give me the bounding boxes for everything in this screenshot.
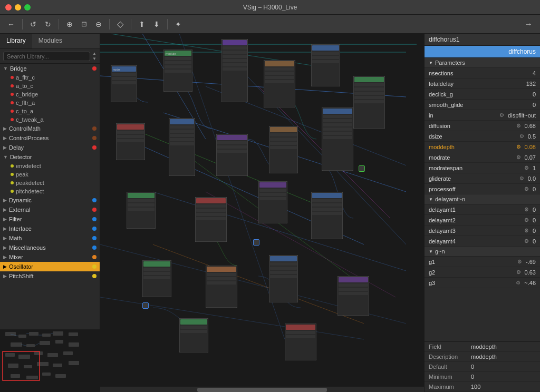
canvas-node[interactable] — [269, 126, 298, 175]
param-diffusion[interactable]: diffusion ⚙ 0.68 — [425, 121, 540, 131]
library-item-peakdetect[interactable]: peakdetect — [0, 179, 100, 187]
canvas-small-node[interactable] — [142, 302, 149, 309]
canvas-node[interactable]: module — [163, 50, 192, 93]
canvas-node[interactable] — [216, 134, 248, 178]
category-controlmath[interactable]: ▶ ControlMath — [0, 124, 100, 133]
minimap[interactable] — [0, 329, 100, 392]
category-interface[interactable]: ▶ Interface — [0, 224, 100, 233]
category-oscillator[interactable]: ▶ Oscillator — [0, 262, 100, 271]
param-gliderate[interactable]: gliderate ⚙ 0.0 — [425, 173, 540, 184]
library-item-c_fltr_a[interactable]: c_fltr_a — [0, 99, 100, 107]
canvas-small-node[interactable] — [253, 239, 259, 246]
library-item-pitchdetect[interactable]: pitchdetect — [0, 187, 100, 195]
window-title: VSig – H3000_Live — [243, 4, 297, 11]
canvas-area[interactable]: node module — [100, 34, 424, 392]
search-input[interactable] — [3, 52, 90, 61]
canvas-node[interactable] — [206, 266, 237, 309]
expand-arrow-icon: ▶ — [3, 254, 7, 260]
canvas-node[interactable] — [142, 260, 171, 299]
undo-button[interactable]: ↺ — [27, 18, 40, 31]
svg-rect-139 — [312, 203, 342, 207]
expand-arrow-icon: ▶ — [3, 264, 7, 269]
search-arrows[interactable]: ▲ ▼ — [92, 51, 97, 61]
library-item-c_tweak_a[interactable]: c_tweak_a — [0, 115, 100, 124]
maximize-button[interactable] — [24, 4, 31, 11]
canvas-node[interactable] — [269, 255, 298, 304]
param-g2[interactable]: g2 ⚙ 0.63 — [425, 267, 540, 278]
canvas-node[interactable] — [169, 118, 195, 178]
param-declick_g[interactable]: declick_g 0 — [425, 89, 540, 100]
param-processoff[interactable]: processoff ⚙ 0 — [425, 184, 540, 194]
canvas-node[interactable] — [179, 318, 208, 354]
cloud-download-button[interactable]: ⬇ — [150, 18, 163, 31]
category-filter[interactable]: ▶ Filter — [0, 214, 100, 224]
library-item-peak[interactable]: peak — [0, 170, 100, 179]
category-dot — [92, 145, 97, 150]
zoom-out-button[interactable]: ⊖ — [92, 18, 105, 31]
svg-rect-106 — [269, 126, 298, 173]
canvas-node[interactable] — [322, 107, 353, 172]
canvas-node[interactable] — [338, 276, 369, 317]
category-math[interactable]: ▶ Math — [0, 233, 100, 243]
canvas-node[interactable] — [258, 181, 287, 225]
canvas-node[interactable] — [195, 197, 227, 243]
svg-rect-95 — [170, 119, 194, 124]
zoom-in-button[interactable]: ⊕ — [63, 18, 76, 31]
category-mixer[interactable]: ▶ Mixer — [0, 252, 100, 262]
param-nsections[interactable]: nsections 4 — [425, 68, 540, 79]
canvas-node[interactable] — [116, 123, 145, 162]
canvas-node[interactable] — [264, 60, 295, 109]
item-label: peak — [16, 171, 28, 178]
canvas-node[interactable] — [311, 192, 343, 241]
canvas-node[interactable] — [285, 324, 316, 362]
library-item-c_bridge[interactable]: c_bridge — [0, 90, 100, 99]
param-smooth_glide[interactable]: smooth_glide 0 — [425, 100, 540, 110]
category-detector[interactable]: ▼ Detector — [0, 152, 100, 162]
param-g3[interactable]: g3 ⚙ ~.46 — [425, 278, 540, 288]
tab-modules[interactable]: Modules — [32, 34, 69, 48]
canvas-node[interactable] — [221, 39, 248, 104]
param-link-icon: ⚙ — [524, 217, 529, 223]
param-g1[interactable]: g1 ⚙ -.69 — [425, 257, 540, 267]
param-delayamt3[interactable]: delayamt3 ⚙ 0 — [425, 226, 540, 236]
param-moddepth[interactable]: moddepth ⚙ 0.08 — [425, 142, 540, 152]
library-item-a_to_c[interactable]: a_to_c — [0, 82, 100, 90]
close-button[interactable] — [5, 4, 12, 11]
param-modratespan[interactable]: modratespan ⚙ 1 — [425, 163, 540, 173]
param-dsize[interactable]: dsize ⚙ 0.5 — [425, 131, 540, 142]
canvas-node[interactable] — [127, 192, 156, 230]
canvas-node[interactable]: node — [111, 65, 137, 104]
category-bridge[interactable]: ▼ Bridge — [0, 64, 100, 73]
param-delayamt2[interactable]: delayamt2 ⚙ 0 — [425, 215, 540, 226]
category-miscellaneous[interactable]: ▶ Miscellaneous — [0, 243, 100, 252]
param-totaldelay[interactable]: totaldelay 132 — [425, 79, 540, 89]
category-dynamic[interactable]: ▶ Dynamic — [0, 195, 100, 205]
toolbar: ← ↺ ↻ ⊕ ⊡ ⊖ ◇ ⬆ ⬇ ✦ → — [0, 15, 540, 34]
zoom-fit-button[interactable]: ⊡ — [78, 18, 90, 30]
svg-rect-84 — [354, 83, 384, 86]
category-pitchshift[interactable]: ▶ PitchShift — [0, 271, 100, 281]
param-in[interactable]: in ⚙ dispfilt~out — [425, 110, 540, 121]
redo-button[interactable]: ↻ — [42, 18, 54, 31]
canvas-node[interactable] — [353, 76, 385, 130]
param-modrate[interactable]: modrate ⚙ 0.07 — [425, 152, 540, 163]
scrollbar-thumb[interactable] — [197, 388, 327, 392]
horizontal-scrollbar[interactable] — [100, 387, 424, 392]
param-delayamt4[interactable]: delayamt4 ⚙ 0 — [425, 236, 540, 247]
nav-forward-button[interactable]: → — [521, 17, 536, 31]
category-external[interactable]: ▶ External — [0, 205, 100, 214]
minimize-button[interactable] — [15, 4, 21, 11]
canvas-node[interactable] — [311, 44, 340, 88]
tab-library[interactable]: Library — [0, 34, 32, 48]
param-delayamt1[interactable]: delayamt1 ⚙ 0 — [425, 204, 540, 215]
library-item-a_fltr_c[interactable]: a_fltr_c — [0, 73, 100, 82]
category-delay[interactable]: ▶ Delay — [0, 143, 100, 152]
library-item-envdetect[interactable]: envdetect — [0, 162, 100, 170]
category-controlprocess[interactable]: ▶ ControlProcess — [0, 133, 100, 143]
canvas-small-node[interactable] — [359, 165, 365, 172]
star-button[interactable]: ✦ — [172, 18, 185, 31]
library-item-c_to_a[interactable]: c_to_a — [0, 107, 100, 115]
cloud-upload-button[interactable]: ⬆ — [136, 18, 148, 31]
nav-back-button[interactable]: ← — [4, 18, 18, 31]
shape-button[interactable]: ◇ — [114, 17, 127, 31]
